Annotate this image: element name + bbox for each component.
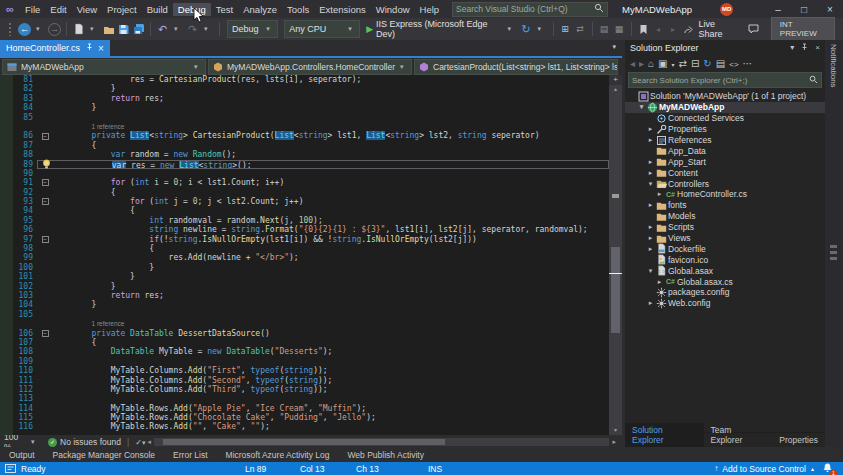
pin-icon[interactable] [86,43,93,53]
chevron-collapsed-icon[interactable]: ▸ [646,201,655,209]
maximize-button[interactable]: □ [791,0,817,18]
close-tab-icon[interactable]: × [98,43,104,54]
tree-item-mymadwebapp[interactable]: ▾MyMADWebApp [625,102,825,113]
breakpoint-gutter-cell[interactable] [0,103,13,112]
solution-explorer-header[interactable]: Solution Explorer ▾ × [625,40,825,55]
back-icon[interactable]: ◂ [628,58,637,69]
breadcrumb-segment-1[interactable]: MyMADWebApp.Controllers.HomeController▾ [208,59,412,75]
breakpoint-gutter-cell[interactable] [0,150,13,159]
code-text[interactable]: if(!string.IsNullOrEmpty(lst1[i]) && !st… [53,235,609,244]
code-text[interactable]: MyTable.Columns.Add("Second", typeof(str… [53,376,609,385]
show-all-files-icon[interactable]: ▤ [714,58,727,69]
code-text[interactable] [53,357,609,366]
tree-item-controllers[interactable]: ▾Controllers [625,178,825,189]
code-text[interactable] [53,394,609,403]
notifications-tab[interactable]: Notifications [829,44,838,88]
code-text[interactable]: MyTable.Rows.Add("Apple Pie", "Ice Cream… [53,404,609,413]
more-icon[interactable]: ⋯ [741,58,755,69]
breakpoint-gutter-cell[interactable] [0,272,13,281]
breakpoint-gutter-cell[interactable] [0,169,13,178]
navigate-back-icon[interactable]: ← [18,21,31,37]
breakpoint-gutter-cell[interactable] [0,225,13,234]
code-text[interactable]: } [53,272,609,281]
collapse-all-icon[interactable]: ⊟ [689,58,701,69]
menu-item-extensions[interactable]: Extensions [314,3,370,16]
tree-item-models[interactable]: Models [625,211,825,222]
tab-list-dropdown-icon[interactable]: ▾ [606,40,622,56]
scroll-down-icon[interactable]: ▾ [609,426,622,435]
code-text[interactable]: return res; [53,291,609,300]
code-text[interactable]: { [53,338,609,347]
breakpoint-gutter-cell[interactable] [0,282,13,291]
breakpoint-gutter-cell[interactable] [0,366,13,375]
scroll-up-icon[interactable]: ▴ [609,85,622,94]
editor-vertical-scrollbar[interactable]: + ▴ ▾ [609,75,622,435]
refresh-icon[interactable]: ↻ [701,58,713,69]
int-preview-button[interactable]: INT PREVIEW [771,17,835,41]
breakpoint-gutter-cell[interactable] [0,197,13,206]
insert-mode-indicator[interactable]: INS [428,462,442,475]
menu-item-edit[interactable]: Edit [45,3,71,16]
background-tasks-icon[interactable] [5,464,16,473]
chevron-collapsed-icon[interactable]: ▸ [646,169,655,177]
next-bookmark-icon[interactable]: ▸ [667,21,680,37]
breakpoint-gutter-cell[interactable] [0,253,13,262]
code-text[interactable]: } [53,103,609,112]
breakpoint-gutter-cell[interactable] [0,385,13,394]
home-icon[interactable]: ⌂ [646,58,656,69]
code-cleanup-button[interactable]: ✓▾ [135,438,145,447]
live-share-button[interactable]: Live Share [699,19,737,39]
open-folder-icon[interactable] [102,21,115,37]
attach-to-process-icon[interactable]: ⊞ [559,21,572,37]
tree-item-content[interactable]: ▸Content [625,167,825,178]
code-text[interactable]: string newline = string.Format("{0}{2}{1… [53,225,609,234]
breakpoint-gutter-cell[interactable] [0,235,13,244]
caret-icon[interactable]: ▾ [535,21,548,37]
fold-collapse-icon[interactable]: − [37,329,53,338]
code-text[interactable]: 1 reference [53,122,609,131]
split-editor-handle[interactable]: + [609,75,622,85]
breakpoint-gutter-cell[interactable] [0,300,13,309]
menu-item-debug[interactable]: Debug [173,3,211,16]
account-avatar[interactable]: MD [720,3,733,16]
breadcrumb-segment-0[interactable]: MyMADWebApp▾ [2,59,206,75]
code-text[interactable]: } [53,282,609,291]
add-to-source-control-button[interactable]: Add to Source Control [722,464,806,474]
caret-icon[interactable]: ▾ [171,21,184,37]
view-code-icon[interactable]: <> [727,58,740,69]
code-text[interactable] [53,113,609,122]
prev-bookmark-icon[interactable]: ◂ [652,21,665,37]
tree-item-solution-mymadwebapp-1-of-1-project-[interactable]: Solution 'MyMADWebApp' (1 of 1 project) [625,91,825,102]
menu-item-build[interactable]: Build [142,3,173,16]
code-text[interactable]: { [53,141,609,150]
chevron-expanded-icon[interactable]: ▾ [646,180,655,188]
code-text[interactable]: var res = new List<string>(); [54,161,608,168]
breakpoint-gutter-cell[interactable] [0,94,13,103]
scroll-right-icon[interactable]: ▸ [612,438,616,446]
tree-item-homecontroller-cs[interactable]: ▸C#HomeController.cs [625,189,825,200]
close-panel-icon[interactable]: × [815,43,820,53]
column-indicator[interactable]: Col 13 [300,462,325,475]
code-editor[interactable]: 81 res = CartesianProduct(res, lsts[i], … [0,75,622,435]
lightbulb-icon[interactable] [38,161,54,168]
breakpoint-gutter-cell[interactable] [0,329,13,338]
codelens-references[interactable]: 1 reference [92,123,125,130]
caret-icon[interactable]: ▾ [670,58,677,69]
chevron-collapsed-icon[interactable]: ▸ [646,223,655,231]
tree-item-favicon-ico[interactable]: favicon.ico [625,254,825,265]
breakpoint-gutter-cell[interactable] [0,178,13,187]
quick-search-input[interactable]: Search Visual Studio (Ctrl+Q) [452,2,608,17]
chevron-collapsed-icon[interactable]: ▸ [646,125,655,133]
menu-item-project[interactable]: Project [102,3,142,16]
navigate-forward-icon[interactable]: → [48,21,61,37]
menu-item-window[interactable]: Window [371,3,415,16]
breakpoint-gutter-cell[interactable] [0,244,13,253]
breakpoint-gutter-cell[interactable] [0,347,13,356]
panel-tab-error-list[interactable]: Error List [164,450,216,460]
breakpoint-gutter-cell[interactable] [0,75,13,84]
breakpoint-gutter-cell[interactable] [0,310,13,319]
collapse-box[interactable]: − [42,179,49,186]
menu-item-test[interactable]: Test [211,3,238,16]
breakpoint-gutter-cell[interactable] [0,113,13,122]
code-text[interactable]: MyTable.Rows.Add("", "Cake", ""); [53,422,609,431]
